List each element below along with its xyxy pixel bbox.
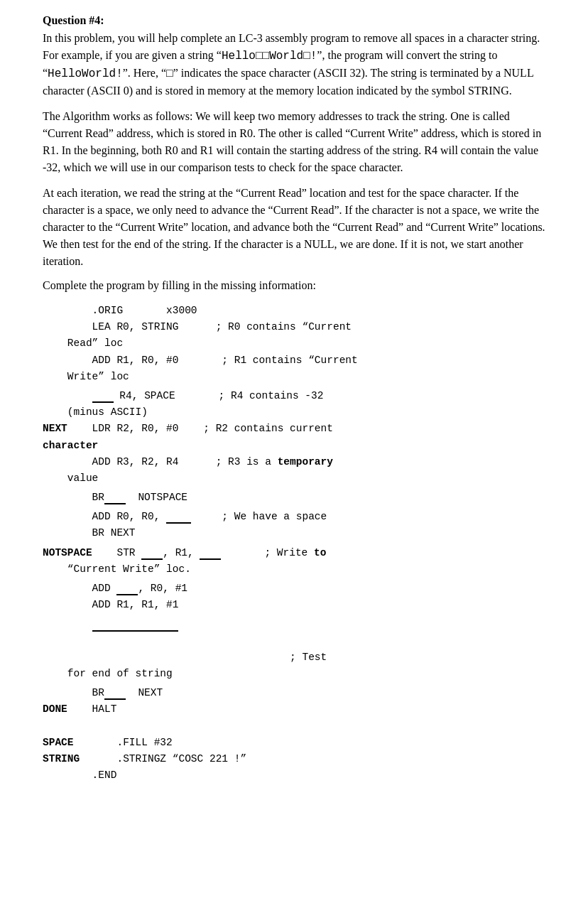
code-line-space-fill: SPACE .FILL #32 [43,735,545,751]
code-line-notspace: NOTSPACE STR , R1, ; Write to [43,542,545,561]
code-line-orig: .ORIG x3000 [43,303,545,319]
algorithm-text: The Algorithm works as follows: We will … [43,108,545,176]
code-line-current-write: “Current Write” loc. [43,561,545,578]
code-line-add-r3: ADD R3, R2, R4 ; R3 is a temporary [43,454,545,470]
code-line-br-blank2: BR NEXT [43,682,545,701]
code-line-spacer [43,633,545,649]
code-line-add-r1-1: ADD R1, R1, #1 [43,597,545,613]
blank-add-reg[interactable] [116,578,138,595]
code-line-character: character [43,438,545,454]
code-line-add-blank-r0: ADD , R0, #1 [43,578,545,597]
blank-str-offset[interactable] [200,542,221,560]
blank-ld[interactable] [92,385,114,403]
intro-text: In this problem, you will help complete … [43,30,545,99]
iteration-paragraph: At each iteration, we read the string at… [43,185,545,294]
code-line-blank-r4: R4, SPACE ; R4 contains -32 [43,385,545,404]
blank-br-cond2[interactable] [104,682,126,700]
code-line-end: .END [43,767,545,784]
code-line-done: DONE HALT [43,701,545,718]
code-line-long-blank [43,613,545,632]
complete-prompt: Complete the program by filling in the m… [43,277,545,294]
code-line-stringz: STRING .STRINGZ “COSC 221 !” [43,751,545,767]
code-line-add-r1: ADD R1, R0, #0 ; R1 contains “Current [43,352,545,369]
code-line-test-comment: ; Test [43,649,545,666]
code-line-add-r0: ADD R0, R0, ; We have a space [43,506,545,525]
blank-br-cond[interactable] [104,487,126,504]
code-line-add-r1b: Write” loc [43,369,545,385]
intro-paragraph: In this problem, you will help complete … [43,30,545,99]
question-title: Question #4: [43,14,545,27]
code-line-minus: (minus ASCII) [43,404,545,421]
code-block: .ORIG x3000 LEA R0, STRING ; R0 contains… [43,303,545,784]
blank-long-line[interactable] [92,613,179,631]
code-line-value: value [43,470,545,487]
code-line-br-next: BR NEXT [43,525,545,541]
code-line-br-blank: BR NOTSPACE [43,487,545,506]
question-container: Question #4: In this problem, you will h… [43,14,545,784]
code-line-lea: LEA R0, STRING ; R0 contains “Current [43,319,545,335]
blank-add-r0[interactable] [166,506,191,524]
code-line-empty [43,718,545,735]
code-line-next-ldr: NEXT LDR R2, R0, #0 ; R2 contains curren… [43,421,545,437]
code-line-test-comment2: for end of string [43,666,545,682]
blank-str-r[interactable] [141,542,163,560]
code-line-lea2: Read” loc [43,335,545,352]
iteration-text: At each iteration, we read the string at… [43,185,545,270]
algorithm-paragraph: The Algorithm works as follows: We will … [43,108,545,176]
